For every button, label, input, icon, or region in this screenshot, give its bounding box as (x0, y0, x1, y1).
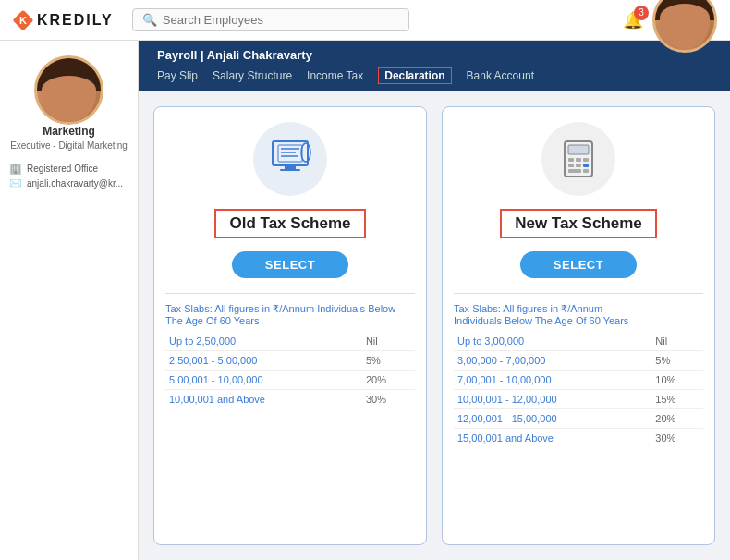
table-row: 3,00,000 - 7,00,0005% (454, 351, 703, 371)
slab-range: 7,00,001 - 10,00,000 (454, 371, 651, 390)
slab-rate: 5% (651, 351, 703, 371)
nav-tabs: Pay Slip Salary Structure Income Tax Dec… (157, 67, 712, 84)
svg-rect-18 (568, 169, 581, 173)
slab-range: 12,00,001 - 15,00,000 (454, 409, 651, 429)
slab-rate: 30% (362, 390, 415, 409)
old-scheme-icon-wrap (253, 122, 327, 196)
slab-range: Up to 2,50,000 (165, 332, 362, 351)
old-scheme-select-button[interactable]: SELECT (232, 251, 348, 278)
notification-bell[interactable]: 🔔 3 (623, 10, 643, 30)
old-scheme-slabs: Tax Slabs: All figures in ₹/Annum Indivi… (165, 293, 415, 408)
tab-bank-account[interactable]: Bank Account (467, 67, 534, 84)
sidebar-office-row: 🏢 Registered Office (9, 163, 128, 175)
new-slab-header-bold: Tax Slabs: All figures in ₹/Annum (454, 303, 602, 314)
tab-declaration[interactable]: Declaration (378, 67, 451, 84)
slab-rate: Nil (651, 332, 703, 351)
slab-range: 5,00,001 - 10,00,000 (165, 371, 362, 390)
slab-range: Up to 3,00,000 (454, 332, 651, 351)
slab-rate: Nil (362, 332, 415, 351)
sidebar-user-dept: Marketing (43, 125, 95, 138)
old-slab-header-bold: Tax Slabs: All figures in ₹/Annum (165, 303, 314, 314)
old-scheme-title: Old Tax Scheme (214, 209, 365, 238)
slab-rate: 20% (362, 371, 415, 390)
svg-rect-15 (568, 164, 574, 167)
cards-area: Old Tax Scheme SELECT Tax Slabs: All fig… (139, 91, 730, 560)
old-scheme-slab-header: Tax Slabs: All figures in ₹/Annum Indivi… (165, 303, 415, 326)
table-row: 15,00,001 and Above30% (454, 429, 703, 448)
tab-pay-slip[interactable]: Pay Slip (157, 67, 198, 84)
notification-badge: 3 (634, 6, 649, 20)
tab-salary-structure[interactable]: Salary Structure (213, 67, 292, 84)
svg-rect-13 (576, 158, 581, 162)
slab-rate: 20% (651, 409, 703, 429)
table-row: 5,00,001 - 10,00,00020% (165, 371, 415, 390)
top-bar: K KREDILY 🔍 🔔 3 (0, 0, 730, 41)
new-slab-header-sub: Individuals Below The Age Of 60 Years (454, 315, 628, 326)
nav-title: Payroll | Anjali Chakravarty (157, 48, 712, 62)
table-row: Up to 3,00,000Nil (454, 332, 703, 351)
search-input[interactable] (163, 13, 399, 27)
office-icon: 🏢 (9, 163, 22, 175)
new-scheme-select-button[interactable]: SELECT (520, 251, 637, 278)
logo-text: KREDILY (37, 12, 114, 29)
nav-header: Payroll | Anjali Chakravarty Pay Slip Sa… (139, 41, 730, 91)
slab-rate: 30% (651, 429, 703, 448)
new-scheme-icon (554, 134, 604, 185)
main-layout: Marketing Executive - Digital Marketing … (0, 41, 730, 560)
slab-range: 3,00,000 - 7,00,000 (454, 351, 651, 371)
sidebar: Marketing Executive - Digital Marketing … (0, 41, 139, 560)
new-scheme-slabs: Tax Slabs: All figures in ₹/Annum Indivi… (454, 293, 703, 447)
old-slab-table: Up to 2,50,000Nil2,50,001 - 5,00,0005%5,… (165, 332, 415, 408)
new-scheme-icon-wrap (541, 122, 615, 196)
table-row: 7,00,001 - 10,00,00010% (454, 371, 703, 390)
old-tax-scheme-card: Old Tax Scheme SELECT Tax Slabs: All fig… (153, 106, 427, 545)
slab-rate: 5% (362, 351, 415, 371)
tab-income-tax[interactable]: Income Tax (307, 67, 363, 84)
slab-rate: 15% (651, 390, 703, 409)
slab-rate: 10% (651, 371, 703, 390)
slab-range: 10,00,001 - 12,00,000 (454, 390, 651, 409)
table-row: 10,00,001 and Above30% (165, 390, 415, 409)
sidebar-info: 🏢 Registered Office ✉️ anjali.chakravart… (9, 160, 128, 192)
svg-rect-3 (278, 145, 302, 162)
svg-rect-11 (568, 145, 589, 154)
table-row: 2,50,001 - 5,00,0005% (165, 351, 415, 371)
new-scheme-title: New Tax Scheme (500, 209, 657, 238)
content-area: Payroll | Anjali Chakravarty Pay Slip Sa… (139, 41, 730, 560)
table-row: Up to 2,50,000Nil (165, 332, 415, 351)
search-box[interactable]: 🔍 (132, 8, 409, 31)
sidebar-email-label: anjali.chakravarty@kr... (27, 178, 123, 189)
svg-rect-5 (280, 169, 300, 171)
new-tax-scheme-card: New Tax Scheme SELECT Tax Slabs: All fig… (442, 106, 715, 545)
sidebar-avatar (34, 55, 103, 125)
logo: K KREDILY (13, 10, 114, 30)
new-slab-table: Up to 3,00,000Nil3,00,000 - 7,00,0005%7,… (454, 332, 703, 447)
table-row: 10,00,001 - 12,00,00015% (454, 390, 703, 409)
slab-range: 10,00,001 and Above (165, 390, 362, 409)
svg-rect-19 (583, 169, 589, 173)
slab-range: 2,50,001 - 5,00,000 (165, 351, 362, 371)
svg-text:K: K (19, 15, 27, 26)
old-scheme-icon (265, 134, 316, 185)
svg-rect-14 (583, 158, 589, 162)
logo-icon: K (13, 10, 33, 30)
svg-rect-17 (583, 164, 589, 167)
sidebar-email-row: ✉️ anjali.chakravarty@kr... (9, 177, 128, 189)
sidebar-user-role: Executive - Digital Marketing (10, 140, 128, 151)
table-row: 12,00,001 - 15,00,00020% (454, 409, 703, 429)
new-scheme-slab-header: Tax Slabs: All figures in ₹/Annum Indivi… (454, 303, 703, 326)
svg-rect-12 (568, 158, 574, 162)
sidebar-office-label: Registered Office (27, 164, 98, 174)
svg-rect-4 (285, 165, 296, 169)
email-icon: ✉️ (9, 177, 22, 189)
slab-range: 15,00,001 and Above (454, 429, 651, 448)
search-icon: 🔍 (142, 13, 157, 27)
svg-rect-16 (576, 164, 581, 167)
